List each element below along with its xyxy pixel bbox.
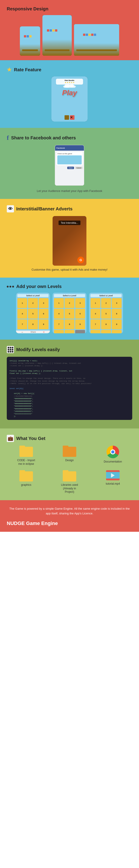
rate-dialog: Rate Bandits ★★★★★	[56, 79, 83, 85]
dots-icon	[7, 286, 14, 287]
level-btn-3-6[interactable]: 6	[112, 309, 121, 319]
close-btn-1[interactable]: ✕	[43, 331, 45, 333]
levels-section: Add your own Levels Select a Level 1 2 3…	[0, 278, 139, 340]
code-line-4	[9, 367, 130, 370]
level-btn-3-2[interactable]: 2	[101, 298, 111, 308]
rate-phone: Rate Bandits ★★★★★ Play ✕	[51, 76, 88, 122]
code-line-7	[9, 375, 130, 377]
code-line-12: level set[0]{	[9, 387, 130, 390]
sq-4	[8, 349, 9, 350]
level-btn-3-4[interactable]: 4	[90, 309, 101, 319]
code-line-17: "000000000000000",	[9, 400, 130, 402]
sq-6	[12, 349, 13, 350]
level-btn-3-5[interactable]: 5	[101, 309, 111, 319]
rate-phone-container: Rate Bandits ★★★★★ Play ✕	[7, 76, 132, 122]
level-btn-3-10[interactable]: 10	[90, 330, 101, 333]
interstitial-section: 👁 Interstitial/Banner Adverts Test Inter…	[0, 199, 139, 278]
sq-9	[12, 351, 13, 352]
level-grid-2: 1 2 3 4 5 6 7 8 9 10 11	[54, 298, 85, 333]
level-btn-4[interactable]: 4	[17, 309, 27, 319]
level-btn-3-11[interactable]: 11	[101, 330, 111, 333]
level-btn-3-8[interactable]: 8	[101, 319, 111, 329]
game-platform-tablet	[76, 50, 117, 51]
facebook-icon: f	[7, 134, 9, 142]
folder-icon-libraries	[63, 470, 76, 482]
level-btn-2[interactable]: 2	[28, 298, 38, 308]
briefcase-icon: 💼	[8, 436, 13, 441]
folder-body-code	[20, 447, 33, 457]
level-btn-2-5[interactable]: 5	[64, 309, 75, 319]
test-label: Test Interstitia...	[58, 221, 80, 225]
level-btn-3-1[interactable]: 1	[90, 298, 101, 308]
level-btn-8[interactable]: 8	[28, 319, 38, 329]
file-label-code: CODE - Importme in eclipse	[17, 459, 35, 466]
level-btn-7[interactable]: 7	[17, 319, 27, 329]
level-footer-1: ← Share ✕	[16, 331, 50, 333]
level-btn-6[interactable]: 6	[38, 309, 49, 319]
levels-phones-row: Select a Level 1 2 3 4 5 6 7 8 9 ← Share…	[7, 293, 132, 333]
modify-section: Modify Levels easily int[][] levelArray …	[0, 340, 139, 429]
sq-1	[8, 347, 9, 348]
code-line-10: //NOTE: Level[] is on the 3rd position t…	[9, 382, 130, 385]
sq-7	[8, 351, 9, 352]
code-line-19: "000000000000000",	[9, 405, 130, 407]
level-title-3: Select a Level	[90, 294, 121, 297]
code-line-16: "000000000000000",	[9, 397, 130, 400]
game-blocks-small	[24, 35, 32, 37]
level-btn-2-11[interactable]: 11	[64, 330, 75, 333]
code-line-13	[9, 390, 130, 392]
phone-small	[20, 26, 40, 56]
level-btn-3-7[interactable]: 7	[90, 319, 101, 329]
level-btn-3-12[interactable]: 12	[112, 330, 121, 333]
folder-body-graphics	[20, 471, 33, 482]
fb-cancel-btn[interactable]: Cancel	[75, 167, 83, 169]
interstitial-caption: Customise this game, upload it with Ads …	[7, 268, 132, 271]
level-phone-1: Select a Level 1 2 3 4 5 6 7 8 9 ← Share…	[16, 293, 50, 333]
phones-row	[7, 15, 132, 56]
level-btn-2-12	[75, 330, 85, 333]
level-btn-1[interactable]: 1	[17, 298, 27, 308]
file-label-libraries: Libraries used(Already inProject)	[61, 483, 78, 494]
level-btn-2-1[interactable]: 1	[54, 298, 64, 308]
level-btn-3[interactable]: 3	[38, 298, 49, 308]
fb-share-btn[interactable]: Share	[67, 167, 74, 169]
chrome-inner	[110, 450, 115, 455]
level-phone-2: Select a Level 1 2 3 4 5 6 7 8 9 10 11	[53, 293, 86, 333]
levels-title: Add your own Levels	[7, 284, 132, 289]
code-line-23: };	[9, 415, 130, 417]
phone-tablet-screen	[74, 24, 119, 56]
file-item-design: Design	[50, 445, 89, 466]
video-play-icon	[111, 473, 115, 478]
level-btn-2-7[interactable]: 7	[54, 319, 64, 329]
dot-2	[9, 286, 11, 287]
video-strip-top	[106, 470, 119, 472]
level-btn-2-2[interactable]: 2	[64, 298, 75, 308]
level-btn-9[interactable]: 9	[38, 319, 49, 329]
fb-body: Check out this game! Share Cancel	[55, 151, 84, 185]
facebook-phone: Facebook Check out this game! Share Canc…	[55, 145, 84, 186]
eye-icon-badge: 👁	[7, 205, 14, 212]
back-arrow-1[interactable]: ←	[21, 331, 24, 333]
responsive-title-text: Responsive Design	[7, 6, 49, 11]
rate-title-text: Rate Feature	[14, 67, 41, 72]
level-btn-3-9[interactable]: 9	[112, 319, 121, 329]
level-grid-3: 1 2 3 4 5 6 7 8 9 10 11 12	[90, 298, 121, 333]
level-btn-2-8[interactable]: 8	[64, 319, 75, 329]
level-btn-2-10[interactable]: 10	[54, 330, 64, 333]
level-btn-2-6[interactable]: 6	[75, 309, 85, 319]
level-btn-3-3[interactable]: 3	[112, 298, 121, 308]
interstitial-phone: Test Interstitia... G	[53, 216, 86, 266]
phone-medium-screen	[43, 15, 72, 56]
block-t1	[83, 34, 85, 36]
code-line-6: float set { {tileset.draw} };	[9, 372, 130, 375]
level-btn-2-9[interactable]: 9	[75, 319, 85, 329]
responsive-title: Responsive Design	[7, 6, 132, 11]
level-screen-2: Select a Level 1 2 3 4 5 6 7 8 9 10 11	[53, 293, 86, 333]
file-label-tutorial: tutorial.mp4	[106, 482, 120, 486]
code-line-14: set[0] = new Set[]{	[9, 392, 130, 395]
level-btn-2-3[interactable]: 3	[75, 298, 85, 308]
level-btn-2-4[interactable]: 4	[54, 309, 64, 319]
whatyouget-title: 💼 What You Get	[7, 435, 132, 442]
level-btn-5[interactable]: 5	[28, 309, 38, 319]
block-3	[29, 35, 32, 37]
